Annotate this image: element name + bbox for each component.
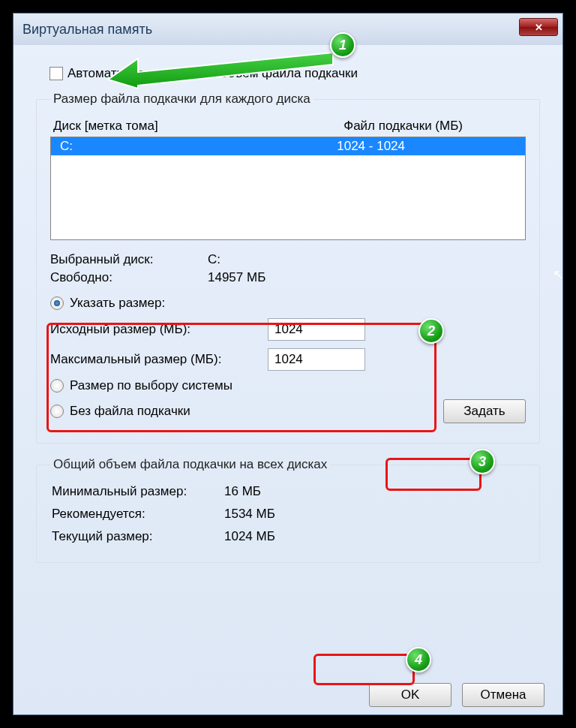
free-space-value: 14957 МБ (208, 270, 526, 285)
col-file-header: Файл подкачки (МБ) (344, 119, 463, 134)
annotation-badge-2: 2 (418, 318, 444, 344)
drive-row-value: 1024 - 1024 (337, 139, 405, 154)
badge-4-number: 4 (415, 652, 422, 668)
min-label: Минимальный размер: (52, 484, 224, 499)
drive-listbox[interactable]: C: 1024 - 1024 (50, 137, 526, 240)
badge-1-number: 1 (339, 38, 346, 53)
drive-list-header: Диск [метка тома] Файл подкачки (МБ) (50, 114, 526, 137)
drive-row[interactable]: C: 1024 - 1024 (51, 137, 525, 155)
titlebar: Виртуальная память ✕ (14, 14, 562, 45)
drive-row-letter: C: (60, 139, 73, 154)
cur-value: 1024 МБ (224, 529, 524, 544)
rec-label: Рекомендуется: (52, 507, 224, 522)
selected-disk-value: C: (208, 252, 526, 267)
set-button[interactable]: Задать (443, 399, 526, 423)
cursor-icon: ↖ (553, 266, 564, 283)
dialog-content: Автоматически выбирать объем файла подка… (14, 45, 562, 590)
col-disk-header: Диск [метка тома] (53, 119, 158, 134)
close-button[interactable]: ✕ (519, 18, 558, 36)
annotation-badge-4: 4 (406, 647, 431, 672)
total-legend: Общий объем файла подкачки на всех диска… (50, 457, 330, 472)
badge-2-number: 2 (428, 323, 435, 339)
radio-custom-row: Указать размер: (50, 296, 526, 311)
cancel-button[interactable]: Отмена (462, 683, 544, 707)
annotation-highlight-3 (386, 458, 482, 491)
window-title: Виртуальная память (22, 22, 152, 38)
auto-manage-label: Автоматически выбирать объем файла подка… (68, 66, 358, 81)
radio-custom[interactable] (50, 296, 64, 310)
radio-custom-label: Указать размер: (70, 296, 165, 311)
cur-label: Текущий размер: (52, 529, 224, 544)
badge-3-number: 3 (478, 454, 486, 470)
annotation-highlight-4 (314, 654, 415, 685)
selected-disk-label: Выбранный диск: (50, 252, 208, 267)
dialog-buttons: OK Отмена (369, 683, 544, 707)
annotation-highlight-2 (46, 323, 436, 432)
close-icon: ✕ (535, 22, 543, 33)
auto-manage-checkbox[interactable] (50, 67, 63, 80)
annotation-badge-1: 1 (330, 32, 356, 58)
annotation-badge-3: 3 (470, 449, 495, 474)
ok-button[interactable]: OK (369, 683, 452, 707)
drive-info: Выбранный диск: C: Свободно: 14957 МБ (50, 252, 526, 285)
auto-manage-row: Автоматически выбирать объем файла подка… (50, 66, 540, 81)
free-space-label: Свободно: (50, 270, 208, 285)
rec-value: 1534 МБ (224, 507, 524, 522)
per-drive-legend: Размер файла подкачки для каждого диска (50, 92, 314, 107)
